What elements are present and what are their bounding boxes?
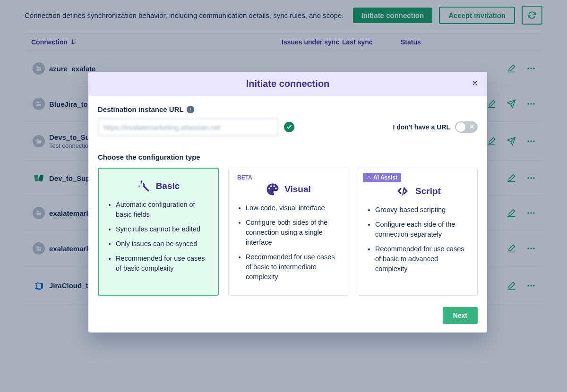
next-button[interactable]: Next [443, 307, 478, 324]
list-item: Recommended for use cases of basic to in… [246, 252, 341, 282]
destination-url-input[interactable] [98, 118, 278, 136]
card-script-bullets: Groovy-based scripting Configure each si… [365, 205, 471, 274]
modal-body: Destination instance URL ! I don't have … [88, 96, 487, 300]
close-icon [472, 80, 478, 86]
sparkle-icon [367, 175, 371, 180]
card-basic-title-row: Basic [105, 179, 211, 193]
toggle-off-icon: ✕ [469, 123, 475, 130]
card-visual-title: Visual [284, 184, 311, 195]
list-item: Groovy-based scripting [375, 205, 471, 215]
code-icon [395, 184, 411, 198]
list-item: Configure each side of the connection se… [375, 220, 471, 239]
modal-header: Initiate connection [88, 72, 487, 96]
modal-title: Initiate connection [246, 78, 330, 89]
card-basic-bullets: Automatic configuration of basic fields … [105, 200, 211, 273]
list-item: Configure both sides of the connection u… [246, 218, 341, 247]
page-root: { "top": { "description": "Connection de… [0, 0, 567, 392]
config-type-label: Choose the configuration type [98, 153, 478, 161]
url-row: I don't have a URL ✕ [98, 118, 478, 136]
url-valid-indicator [284, 122, 294, 132]
beta-badge: BETA [233, 173, 256, 182]
no-url-toggle[interactable]: ✕ [455, 121, 478, 133]
list-item: Automatic configuration of basic fields [116, 200, 211, 220]
info-icon[interactable]: ! [187, 106, 194, 113]
no-url-label: I don't have a URL [393, 123, 450, 131]
card-script-title: Script [415, 186, 441, 196]
list-item: Recommended for use cases of basic compl… [116, 254, 211, 273]
ai-assist-badge-label: AI Assist [373, 174, 397, 181]
card-visual-title-row: Visual [235, 182, 341, 196]
list-item: Low-code, visual interface [246, 203, 341, 213]
card-script-title-row: Script [365, 184, 471, 198]
config-card-basic[interactable]: Basic Automatic configuration of basic f… [98, 168, 219, 296]
palette-icon [266, 182, 280, 196]
config-card-script[interactable]: AI Assist Script Groovy-based scripting … [358, 168, 478, 296]
close-button[interactable] [469, 77, 481, 89]
initiate-connection-modal: Initiate connection Destination instance… [88, 72, 487, 332]
url-field-label: Destination instance URL [98, 105, 184, 113]
list-item: Sync rules cannot be edited [116, 224, 211, 234]
wand-icon [137, 179, 151, 193]
url-left-group [98, 118, 294, 136]
ai-assist-badge: AI Assist [363, 173, 401, 182]
check-icon [286, 124, 292, 130]
toggle-knob [456, 122, 465, 132]
no-url-toggle-group: I don't have a URL ✕ [393, 121, 478, 133]
config-card-visual[interactable]: BETA Visual Low-code, visual interface C… [228, 168, 348, 296]
config-cards: Basic Automatic configuration of basic f… [98, 168, 478, 296]
card-visual-bullets: Low-code, visual interface Configure bot… [235, 203, 341, 282]
list-item: Recommended for use cases of basic to ad… [375, 244, 471, 274]
card-basic-title: Basic [156, 181, 180, 191]
list-item: Only issues can be synced [116, 239, 211, 249]
modal-footer: Next [88, 300, 487, 332]
url-field-label-row: Destination instance URL ! [98, 105, 478, 113]
